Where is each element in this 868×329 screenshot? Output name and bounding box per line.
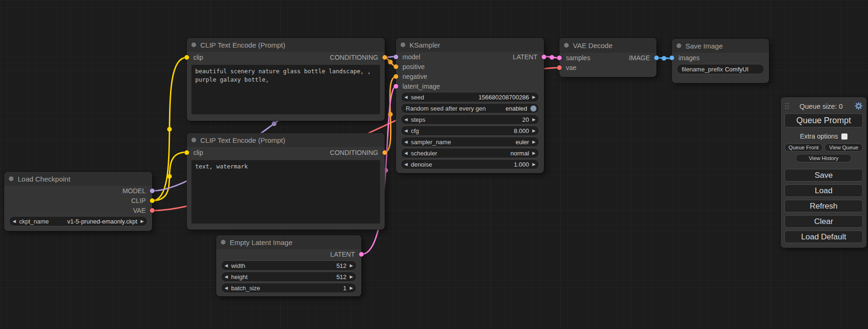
arrow-left-icon[interactable]: ◀ [404,118,408,122]
latent-output-dot-icon[interactable] [542,55,546,59]
arrow-left-icon[interactable]: ◀ [404,95,408,99]
clip-output-dot-icon[interactable] [150,198,155,203]
arrow-right-icon[interactable]: ▶ [532,118,536,122]
arrow-right-icon[interactable]: ▶ [350,275,353,279]
view-history-button[interactable]: View History [796,154,852,162]
node-title: VAE Decode [573,42,613,49]
input-slot-negative[interactable]: negative [396,71,544,81]
node-save-image[interactable]: Save Image images filename_prefix ComfyU… [672,39,769,83]
clip-input-dot-icon[interactable] [184,55,189,60]
node-clip-text-encode-negative[interactable]: CLIP Text Encode (Prompt) clip CONDITION… [187,133,385,230]
input-slot-positive[interactable]: positive [396,62,544,71]
widget-seed[interactable]: ◀ seed 156680208700286 ▶ [401,92,539,102]
latent-input-dot-icon[interactable] [557,56,562,60]
arrow-right-icon[interactable]: ▶ [532,129,536,133]
widget-random-seed-toggle[interactable]: Random seed after every gen enabled [401,103,539,113]
positive-prompt-textarea[interactable]: beautiful scenery nature glass bottle la… [191,65,380,114]
slot-row: clip CONDITIONING [187,52,385,63]
collapse-dot-icon[interactable] [677,43,681,48]
load-button[interactable]: Load [784,184,863,197]
node-vae-decode[interactable]: VAE Decode samples IMAGE vae [559,38,656,77]
arrow-right-icon[interactable]: ▶ [532,162,536,167]
arrow-right-icon[interactable]: ▶ [532,95,536,99]
node-title-bar[interactable]: Save Image [672,39,769,53]
arrow-left-icon[interactable]: ◀ [404,151,408,155]
queue-front-button[interactable]: Queue Front [784,143,823,152]
load-default-button[interactable]: Load Default [784,231,863,243]
refresh-button[interactable]: Refresh [784,200,863,212]
conditioning-output-dot-icon[interactable] [382,55,387,60]
node-empty-latent-image[interactable]: Empty Latent Image LATENT ◀ width 512 ▶ … [216,235,361,296]
widget-filename-prefix[interactable]: filename_prefix ComfyUI [677,64,764,74]
extra-options-label: Extra options [800,133,838,140]
widget-batch-size[interactable]: ◀ batch_size 1 ▶ [221,283,357,293]
input-slot-images[interactable]: images [672,53,769,63]
output-slot-vae[interactable]: VAE [4,205,152,215]
widget-width[interactable]: ◀ width 512 ▶ [221,260,357,271]
view-queue-button[interactable]: View Queue [825,143,863,152]
widget-denoise[interactable]: ◀ denoise 1.000 ▶ [401,159,539,169]
input-slot-vae[interactable]: vae [559,63,656,72]
queue-prompt-button[interactable]: Queue Prompt [784,113,863,127]
collapse-dot-icon[interactable] [401,42,405,47]
queue-panel[interactable]: Queue size: 0 Queue Prompt Extra options… [781,97,867,248]
negative-prompt-textarea[interactable]: text, watermark [191,160,380,224]
node-load-checkpoint[interactable]: Load Checkpoint MODEL CLIP VAE ◀ ckpt_na… [4,172,152,231]
save-button[interactable]: Save [784,169,863,182]
collapse-dot-icon[interactable] [9,176,14,181]
output-slot-latent[interactable]: LATENT [216,249,361,259]
node-ksampler[interactable]: KSampler model LATENT positive negative … [396,38,544,173]
arrow-right-icon[interactable]: ▶ [532,151,536,155]
collapse-dot-icon[interactable] [191,138,196,142]
node-title-bar[interactable]: Empty Latent Image [216,235,361,249]
arrow-left-icon[interactable]: ◀ [404,129,408,133]
image-output-dot-icon[interactable] [654,56,659,60]
collapse-dot-icon[interactable] [191,42,196,47]
drag-handle-icon[interactable] [785,103,786,104]
widget-scheduler[interactable]: ◀ scheduler normal ▶ [401,148,539,158]
widget-sampler-name[interactable]: ◀ sampler_name euler ▶ [401,137,539,147]
arrow-left-icon[interactable]: ◀ [404,140,408,144]
node-title-bar[interactable]: VAE Decode [559,38,656,53]
model-input-dot-icon[interactable] [394,55,398,59]
latent-input-dot-icon[interactable] [394,84,398,89]
output-slot-clip[interactable]: CLIP [4,196,152,205]
clip-input-dot-icon[interactable] [184,150,189,155]
arrow-right-icon[interactable]: ▶ [350,286,353,290]
conditioning-input-dot-icon[interactable] [394,74,398,79]
toggle-knob-icon[interactable] [530,105,536,112]
arrow-left-icon[interactable]: ◀ [225,264,228,268]
arrow-left-icon[interactable]: ◀ [225,286,228,290]
image-input-dot-icon[interactable] [670,56,674,60]
arrow-right-icon[interactable]: ▶ [532,140,536,144]
arrow-right-icon[interactable]: ▶ [141,219,144,224]
output-slot-model[interactable]: MODEL [4,186,152,196]
extra-options-row: Extra options [784,132,863,141]
vae-input-dot-icon[interactable] [557,65,562,70]
arrow-left-icon[interactable]: ◀ [13,219,16,224]
conditioning-output-dot-icon[interactable] [382,150,387,155]
widget-height[interactable]: ◀ height 512 ▶ [221,272,357,282]
extra-options-checkbox[interactable] [841,133,847,140]
arrow-left-icon[interactable]: ◀ [404,162,408,167]
widget-steps[interactable]: ◀ steps 20 ▶ [401,114,539,125]
vae-output-dot-icon[interactable] [150,208,155,213]
node-title-bar[interactable]: CLIP Text Encode (Prompt) [187,38,385,52]
collapse-dot-icon[interactable] [221,240,226,245]
collapse-dot-icon[interactable] [564,43,569,48]
node-title-bar[interactable]: CLIP Text Encode (Prompt) [187,133,385,147]
node-title-bar[interactable]: Load Checkpoint [4,172,152,186]
conditioning-input-dot-icon[interactable] [394,64,398,69]
clear-button[interactable]: Clear [784,215,863,228]
node-graph-canvas[interactable]: Load Checkpoint MODEL CLIP VAE ◀ ckpt_na… [0,0,868,329]
arrow-right-icon[interactable]: ▶ [350,264,353,268]
node-clip-text-encode-positive[interactable]: CLIP Text Encode (Prompt) clip CONDITION… [187,38,385,121]
widget-ckpt-name[interactable]: ◀ ckpt_name v1-5-pruned-emaonly.ckpt ▶ [9,216,148,226]
arrow-left-icon[interactable]: ◀ [225,275,228,279]
model-output-dot-icon[interactable] [150,189,155,193]
input-slot-latent-image[interactable]: latent_image [396,81,544,91]
widget-cfg[interactable]: ◀ cfg 8.000 ▶ [401,126,539,136]
node-title-bar[interactable]: KSampler [396,38,544,52]
latent-output-dot-icon[interactable] [359,252,364,257]
settings-gear-icon[interactable] [854,102,863,110]
